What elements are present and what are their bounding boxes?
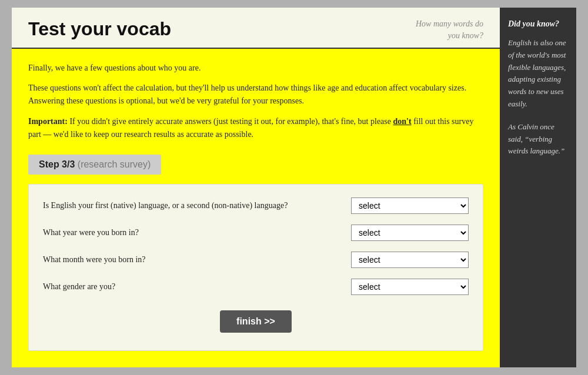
step-sub: (research survey) [75, 159, 151, 169]
form-row-q3: What month were you born in? select [43, 252, 469, 268]
form-label-q1: Is English your first (native) language,… [43, 200, 351, 212]
form-label-q4: What gender are you? [43, 281, 351, 293]
finish-btn-area: finish >> [43, 310, 469, 333]
birth-month-select[interactable]: select [351, 252, 469, 268]
important-body: If you didn't give entirely accurate ans… [68, 117, 393, 126]
step-header: Step 3/3 (research survey) [28, 155, 161, 175]
language-select[interactable]: select [351, 197, 469, 214]
page-title: Test your vocab [28, 18, 171, 40]
sidebar-body: English is also one of the world's most … [508, 37, 568, 111]
finish-button[interactable]: finish >> [220, 310, 292, 333]
important-label: Important: [28, 117, 68, 126]
form-label-q2: What year were you born in? [43, 227, 351, 239]
body-area: Finally, we have a few questions about w… [12, 49, 500, 367]
form-label-q3: What month were you born in? [43, 254, 351, 266]
sidebar: Did you know? English is also one of the… [500, 8, 576, 367]
sidebar-quote: As Calvin once said, “verbing weirds lan… [508, 121, 568, 158]
form-row-q1: Is English your first (native) language,… [43, 197, 469, 214]
sidebar-title: Did you know? [508, 18, 568, 30]
form-area: Is English your first (native) language,… [28, 184, 483, 351]
dont-label: don't [393, 117, 412, 126]
birth-year-select[interactable]: select [351, 225, 469, 241]
step-label: Step 3/3 [39, 159, 75, 169]
form-row-q2: What year were you born in? select [43, 225, 469, 241]
header-subtitle: How many words do you know? [416, 18, 483, 41]
intro-para2: These questions won't affect the calcula… [28, 82, 483, 108]
gender-select[interactable]: select [351, 279, 469, 295]
intro-para1: Finally, we have a few questions about w… [28, 62, 483, 75]
page-header: Test your vocab How many words do you kn… [12, 8, 500, 48]
intro-para3: Important: If you didn't give entirely a… [28, 115, 483, 142]
form-row-q4: What gender are you? select [43, 279, 469, 295]
